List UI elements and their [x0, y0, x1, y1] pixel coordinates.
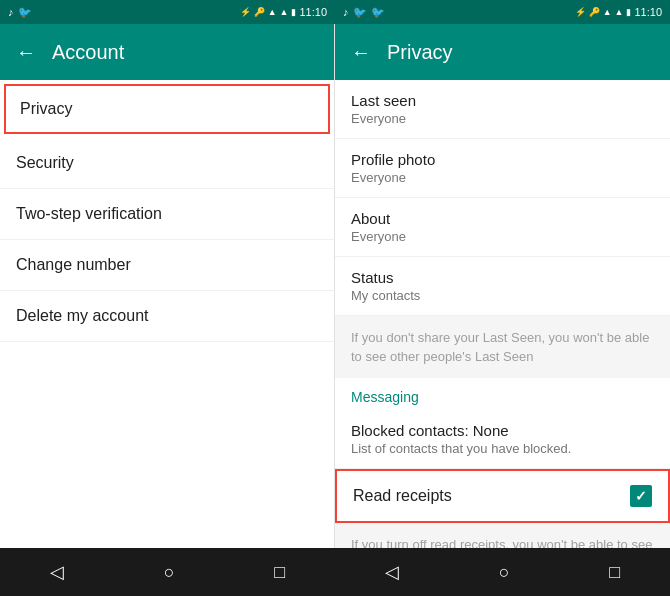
- privacy-label: Privacy: [20, 100, 72, 117]
- last-seen-info-box: If you don't share your Last Seen, you w…: [335, 316, 670, 378]
- about-title: About: [351, 210, 654, 227]
- left-bottom-nav: ◁ ○ □: [0, 548, 335, 596]
- signal-icon-r: ▲: [603, 7, 612, 17]
- recent-nav-icon-left[interactable]: □: [274, 562, 285, 583]
- bottom-bars: ◁ ○ □ ◁ ○ □: [0, 548, 670, 596]
- profile-photo-sub: Everyone: [351, 170, 654, 185]
- privacy-header: ← Privacy: [335, 24, 670, 80]
- back-nav-icon-right[interactable]: ◁: [385, 561, 399, 583]
- read-receipts-info-box: If you turn off read receipts, you won't…: [335, 523, 670, 548]
- menu-item-privacy[interactable]: Privacy: [4, 84, 330, 134]
- change-number-label: Change number: [16, 256, 131, 273]
- about-sub: Everyone: [351, 229, 654, 244]
- messaging-section: Messaging: [335, 378, 670, 410]
- back-icon-privacy[interactable]: ←: [351, 41, 371, 64]
- left-status-right: ⚡ 🔑 ▲ ▲ ▮ 11:10: [240, 6, 327, 18]
- last-seen-info-text: If you don't share your Last Seen, you w…: [351, 330, 649, 364]
- status-sub: My contacts: [351, 288, 654, 303]
- left-panel: ← Account Privacy Security Two-step veri…: [0, 24, 335, 548]
- twitter-icon-r: 🐦: [353, 6, 367, 19]
- music-icon: ♪: [8, 6, 14, 18]
- account-menu: Privacy Security Two-step verification C…: [0, 80, 334, 548]
- read-receipts-checkbox[interactable]: [630, 485, 652, 507]
- signal-icon: ▲: [268, 7, 277, 17]
- account-title: Account: [52, 41, 124, 64]
- battery-icon-r: ▮: [626, 7, 631, 17]
- key-icon: 🔑: [254, 7, 265, 17]
- menu-item-twostep[interactable]: Two-step verification: [0, 189, 334, 240]
- privacy-content: Last seen Everyone Profile photo Everyon…: [335, 80, 670, 548]
- twitter-icon: 🐦: [18, 6, 32, 19]
- music-icon-r: ♪: [343, 6, 349, 18]
- bluetooth-icon: ⚡: [240, 7, 251, 17]
- right-status-right: ⚡ 🔑 ▲ ▲ ▮ 11:10: [575, 6, 662, 18]
- bluetooth-icon-r: ⚡: [575, 7, 586, 17]
- read-receipts-row[interactable]: Read receipts: [335, 469, 670, 523]
- left-status-bar: ♪ 🐦 ⚡ 🔑 ▲ ▲ ▮ 11:10: [0, 0, 335, 24]
- status-title: Status: [351, 269, 654, 286]
- last-seen-title: Last seen: [351, 92, 654, 109]
- menu-item-security[interactable]: Security: [0, 138, 334, 189]
- blocked-contacts-item[interactable]: Blocked contacts: None List of contacts …: [335, 410, 670, 469]
- twostep-label: Two-step verification: [16, 205, 162, 222]
- right-status-icons: ♪ 🐦 🐦: [343, 6, 385, 19]
- profile-photo-title: Profile photo: [351, 151, 654, 168]
- read-receipts-info-text: If you turn off read receipts, you won't…: [351, 537, 652, 548]
- menu-item-delete[interactable]: Delete my account: [0, 291, 334, 342]
- blocked-sub: List of contacts that you have blocked.: [351, 441, 654, 456]
- profile-photo-item[interactable]: Profile photo Everyone: [335, 139, 670, 198]
- right-status-bar: ♪ 🐦 🐦 ⚡ 🔑 ▲ ▲ ▮ 11:10: [335, 0, 670, 24]
- back-nav-icon-left[interactable]: ◁: [50, 561, 64, 583]
- recent-nav-icon-right[interactable]: □: [609, 562, 620, 583]
- right-bottom-nav: ◁ ○ □: [335, 548, 670, 596]
- right-panel: ← Privacy Last seen Everyone Profile pho…: [335, 24, 670, 548]
- menu-item-change-number[interactable]: Change number: [0, 240, 334, 291]
- last-seen-sub: Everyone: [351, 111, 654, 126]
- twitter-icon-r2: 🐦: [371, 6, 385, 19]
- left-time: 11:10: [299, 6, 327, 18]
- back-icon-account[interactable]: ←: [16, 41, 36, 64]
- delete-label: Delete my account: [16, 307, 149, 324]
- key-icon-r: 🔑: [589, 7, 600, 17]
- right-time: 11:10: [634, 6, 662, 18]
- about-item[interactable]: About Everyone: [335, 198, 670, 257]
- read-receipts-label: Read receipts: [353, 487, 452, 505]
- privacy-title: Privacy: [387, 41, 453, 64]
- account-header: ← Account: [0, 24, 334, 80]
- left-status-icons: ♪ 🐦: [8, 6, 32, 19]
- wifi-icon: ▲: [280, 7, 289, 17]
- home-nav-icon-right[interactable]: ○: [499, 562, 510, 583]
- messaging-label: Messaging: [351, 389, 419, 405]
- wifi-icon-r: ▲: [615, 7, 624, 17]
- battery-icon: ▮: [291, 7, 296, 17]
- home-nav-icon-left[interactable]: ○: [164, 562, 175, 583]
- status-item[interactable]: Status My contacts: [335, 257, 670, 316]
- blocked-title: Blocked contacts: None: [351, 422, 654, 439]
- last-seen-item[interactable]: Last seen Everyone: [335, 80, 670, 139]
- security-label: Security: [16, 154, 74, 171]
